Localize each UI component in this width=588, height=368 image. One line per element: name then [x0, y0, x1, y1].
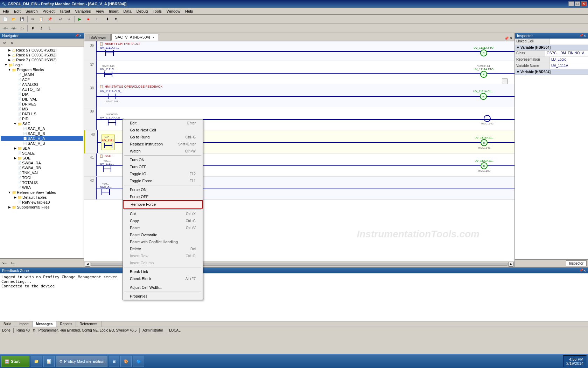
- tree-logic[interactable]: ▼ 📁 Logic: [1, 62, 83, 67]
- tree-paths[interactable]: 📄 PATH_S: [1, 111, 83, 116]
- feedback-pin-icon[interactable]: 📌: [579, 268, 583, 273]
- tree-mb[interactable]: 📄 MB: [1, 107, 83, 111]
- tree-soe[interactable]: ▶ 📁 SOE: [1, 156, 83, 161]
- ctx-goto-rung[interactable]: Go to RungCtrl+G: [123, 134, 203, 141]
- rung-36-elem1[interactable]: UV_1111A.H...: [100, 46, 119, 56]
- ctx-adjust-cell-width[interactable]: Adjust Cell Width...: [123, 284, 203, 291]
- menu-view[interactable]: View: [93, 8, 106, 14]
- tab-close-icon[interactable]: ×: [153, 36, 154, 39]
- ctx-check-block[interactable]: Check BlockAlt+F7: [123, 275, 203, 282]
- menu-target[interactable]: Target: [57, 8, 72, 14]
- inspector-tab[interactable]: Inspector: [566, 260, 587, 266]
- menu-edit[interactable]: Edit: [12, 8, 23, 14]
- nav-expand-btn[interactable]: ⊕: [8, 39, 16, 46]
- tree-totalis[interactable]: 📄 TOTALIS: [1, 180, 83, 185]
- ctx-break-link[interactable]: Break Link: [123, 268, 203, 275]
- ctx-cut[interactable]: CutCtrl+X: [123, 210, 203, 217]
- rung-39-coil1[interactable]: %M01142: [481, 115, 493, 125]
- download-btn[interactable]: ⬇: [104, 16, 111, 23]
- navigator-pin[interactable]: 📌: [75, 34, 79, 38]
- tree-drives[interactable]: 📄 DRIVES: [1, 102, 83, 107]
- tree-default-tables[interactable]: ▶ 📁 Default Tables: [1, 195, 83, 200]
- menu-file[interactable]: File: [1, 8, 11, 14]
- tree-pid[interactable]: 📄 PID: [1, 116, 83, 121]
- start-button[interactable]: 🪟 Start: [1, 356, 29, 367]
- tree-rack6[interactable]: ▶ 🗂 Rack 6 (IC693CHS392): [1, 53, 83, 57]
- scroll-left-btn[interactable]: ◀: [85, 262, 90, 267]
- rung-37-elem1[interactable]: %M01140 UV_1111C...: [100, 64, 116, 78]
- paste-btn[interactable]: 📌: [46, 16, 54, 23]
- tree-tnk-val[interactable]: 📄 TNK_VAL: [1, 170, 83, 175]
- menu-insert[interactable]: Insert: [107, 8, 121, 14]
- ctx-copy[interactable]: CopyCtrl+C: [123, 217, 203, 224]
- menu-project[interactable]: Project: [41, 8, 57, 14]
- menu-debug[interactable]: Debug: [134, 8, 150, 14]
- tree-refviewtable10[interactable]: 📄 RefViewTable10: [1, 200, 83, 205]
- ctx-next-coil[interactable]: Go to Next Coil: [123, 127, 203, 134]
- nav-view-btn[interactable]: V...: [1, 259, 8, 266]
- tree-sba[interactable]: ▶ 📁 SBA: [1, 146, 83, 151]
- contact-nc-btn[interactable]: ⊣/⊢: [10, 25, 18, 32]
- tree-supplemental[interactable]: ▶ 📁 Supplemental Files: [1, 205, 83, 210]
- maximize-button[interactable]: □: [575, 1, 580, 6]
- tree-tool[interactable]: 📄 TOOL: [1, 175, 83, 180]
- ctx-turn-off[interactable]: Turn OFF: [123, 163, 203, 170]
- rung-40-elem-selected[interactable]: %I0... UV_1111: [101, 135, 115, 150]
- feedback-tab-messages[interactable]: Messages: [33, 321, 57, 327]
- menu-variables[interactable]: Variables: [73, 8, 93, 14]
- rung-36-coil1[interactable]: UV_1111A.FTO R: [474, 46, 493, 56]
- scroll-right-btn[interactable]: ▶: [508, 262, 514, 267]
- feedback-tab-build[interactable]: Build: [0, 321, 15, 327]
- ctx-turn-on[interactable]: Turn ON: [123, 156, 203, 163]
- menu-tools[interactable]: Tools: [150, 8, 164, 14]
- tree-analog[interactable]: 📄 ANALOG: [1, 82, 83, 87]
- taskbar-excel-btn[interactable]: 📊: [43, 356, 55, 367]
- ctx-replace-instr[interactable]: Replace InstructionShift+Enter: [123, 141, 203, 148]
- ctx-properties[interactable]: Properties: [123, 293, 203, 300]
- tree-main[interactable]: 📄 _MAIN: [1, 72, 83, 77]
- taskbar-monitor-btn[interactable]: 🖥: [109, 356, 119, 367]
- jump-btn[interactable]: J: [37, 25, 45, 32]
- tree-auto-ts[interactable]: 📄 AUTO_TS: [1, 87, 83, 92]
- feedback-tab-reports[interactable]: Reports: [56, 321, 76, 327]
- tree-program-blocks[interactable]: ▼ 📁 Program Blocks: [1, 67, 83, 72]
- feedback-close-icon[interactable]: ×: [584, 268, 586, 273]
- navigator-close[interactable]: ×: [79, 34, 82, 38]
- nav-info-btn[interactable]: I...: [9, 259, 17, 266]
- ctx-remove-force[interactable]: Remove Force: [123, 200, 203, 209]
- rung-42-elem1[interactable]: %M... SAC_A...: [100, 182, 112, 196]
- tree-sac-vb[interactable]: 📄 SAC_V_B: [1, 141, 83, 146]
- rung-39-elem1[interactable]: %I00050 UV_1111A.CLS_...: [100, 113, 124, 126]
- rung-41-elem1[interactable]: %I0... UV_1111...: [100, 159, 114, 172]
- collapse-icon[interactable]: ▼: [516, 46, 520, 49]
- tree-ref-view[interactable]: ▼ 📁 Reference View Tables: [1, 190, 83, 195]
- taskbar-app-btn[interactable]: 🔷: [133, 356, 144, 367]
- copy-btn[interactable]: 📋: [37, 16, 45, 23]
- tree-swba-ra[interactable]: 📄 SWBA_RA: [1, 161, 83, 165]
- tree-sac-va[interactable]: 📄 SAC_V_A: [1, 136, 83, 141]
- rung-38-elem1[interactable]: UV_1111A.CLS_... %M01143: [100, 90, 124, 103]
- pause-btn[interactable]: ⏸: [93, 16, 100, 23]
- run-btn[interactable]: ▶: [76, 16, 84, 23]
- ctx-paste-overwrite[interactable]: Paste Overwrite: [123, 231, 203, 238]
- rung-41-coil1[interactable]: UV_1120A.O... R %M01158: [475, 159, 493, 172]
- tab-infoviewer[interactable]: InfoViewer: [85, 34, 111, 41]
- tree-swba-rb[interactable]: 📄 SWBA_RB: [1, 165, 83, 170]
- undo-btn[interactable]: ↩: [57, 16, 64, 23]
- nav-collapse-btn[interactable]: ⊖: [1, 39, 8, 46]
- tree-acf[interactable]: 📄 ACF: [1, 77, 83, 82]
- menu-help[interactable]: Help: [183, 8, 195, 14]
- rung-40-coil1[interactable]: UV_1111A.O... R %M01141: [475, 136, 493, 149]
- ctx-delete[interactable]: DeleteDel: [123, 245, 203, 252]
- feedback-tab-references[interactable]: References: [76, 321, 101, 327]
- upload-btn[interactable]: ⬆: [112, 16, 120, 23]
- save-btn[interactable]: 💾: [18, 16, 26, 23]
- tree-wba[interactable]: 📄 WBA: [1, 185, 83, 190]
- tree-dil-val[interactable]: 📄 DIL_VAL: [1, 97, 83, 102]
- ctx-paste-conflict[interactable]: Paste with Conflict Handling: [123, 238, 203, 245]
- ctx-toggle-io[interactable]: Toggle IOF12: [123, 170, 203, 177]
- tree-rack5[interactable]: ▶ 🗂 Rack 5 (IC693CHS392): [1, 48, 83, 53]
- ctx-force-on[interactable]: Force ON: [123, 186, 203, 193]
- editor-pin-icon[interactable]: 📌: [504, 36, 509, 40]
- taskbar-proficy-btn[interactable]: ⚙ Proficy Machine Edition: [56, 356, 107, 367]
